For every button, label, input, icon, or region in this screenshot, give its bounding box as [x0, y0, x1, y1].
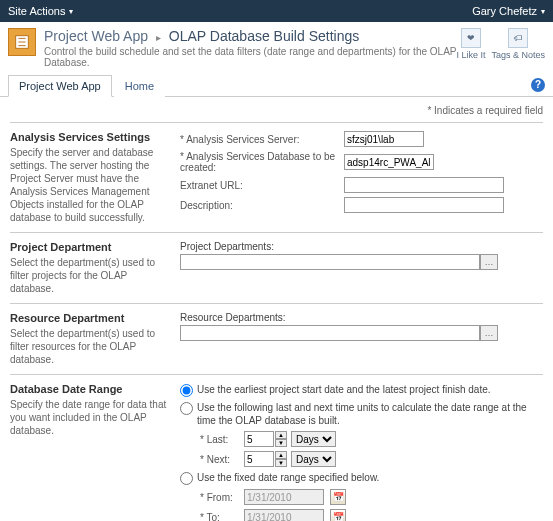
section-desc: Select the department(s) used to filter … [10, 256, 170, 295]
section-date-range: Database Date Range Specify the date ran… [10, 374, 543, 521]
date-range-fixed-label: Use the fixed date range specified below… [197, 471, 379, 484]
calendar-icon[interactable]: 📅 [330, 489, 346, 505]
spin-up-button[interactable]: ▲ [275, 451, 287, 459]
section-desc: Specify the server and database settings… [10, 146, 170, 224]
tab-project-web-app[interactable]: Project Web App [8, 75, 112, 97]
section-title: Project Department [10, 241, 170, 253]
date-range-fixed-radio[interactable] [180, 472, 193, 485]
analysis-server-label: Analysis Services Server: [180, 134, 340, 145]
resource-departments-picker-button[interactable]: … [480, 325, 498, 341]
section-title: Analysis Services Settings [10, 131, 170, 143]
analysis-db-label: Analysis Services Database to be created… [180, 151, 340, 173]
spin-down-button[interactable]: ▼ [275, 459, 287, 467]
analysis-db-input[interactable] [344, 154, 434, 170]
i-like-it-button[interactable]: ❤ I Like It [456, 28, 485, 60]
next-label: Next: [200, 454, 240, 465]
required-field-note: * Indicates a required field [10, 105, 543, 116]
last-unit-select[interactable]: Days [291, 431, 336, 447]
resource-departments-input[interactable] [180, 325, 480, 341]
date-range-lastnext-label: Use the following last and next time uni… [197, 401, 543, 427]
section-project-department: Project Department Select the department… [10, 232, 543, 303]
from-label: From: [200, 492, 240, 503]
spin-up-button[interactable]: ▲ [275, 431, 287, 439]
description-input[interactable] [344, 197, 504, 213]
last-label: Last: [200, 434, 240, 445]
olap-settings-icon [8, 28, 36, 56]
breadcrumb-root[interactable]: Project Web App [44, 28, 148, 44]
help-icon[interactable]: ? [531, 78, 545, 92]
site-actions-menu[interactable]: Site Actions ▾ [8, 5, 73, 17]
from-date-input [244, 489, 324, 505]
section-analysis-services: Analysis Services Settings Specify the s… [10, 122, 543, 232]
breadcrumb: Project Web App ▸ OLAP Database Build Se… [44, 28, 456, 44]
resource-departments-label: Resource Departments: [180, 312, 286, 323]
user-menu[interactable]: Gary Chefetz ▾ [472, 5, 545, 17]
section-title: Database Date Range [10, 383, 170, 395]
next-value-input[interactable] [244, 451, 274, 467]
section-resource-department: Resource Department Select the departmen… [10, 303, 543, 374]
date-range-earliest-label: Use the earliest project start date and … [197, 383, 491, 396]
ribbon-topbar: Site Actions ▾ Gary Chefetz ▾ [0, 0, 553, 22]
spin-down-button[interactable]: ▼ [275, 439, 287, 447]
last-value-input[interactable] [244, 431, 274, 447]
page-title: OLAP Database Build Settings [169, 28, 359, 44]
site-actions-label: Site Actions [8, 5, 65, 17]
analysis-server-input[interactable] [344, 131, 424, 147]
project-departments-label: Project Departments: [180, 241, 274, 252]
last-spinner[interactable]: ▲▼ [244, 431, 287, 447]
extranet-url-input[interactable] [344, 177, 504, 193]
chevron-down-icon: ▾ [541, 7, 545, 16]
section-desc: Select the department(s) used to filter … [10, 327, 170, 366]
tag-icon: 🏷 [508, 28, 528, 48]
heart-icon: ❤ [461, 28, 481, 48]
chevron-down-icon: ▾ [69, 7, 73, 16]
description-label: Description: [180, 200, 340, 211]
section-title: Resource Department [10, 312, 170, 324]
date-range-earliest-radio[interactable] [180, 384, 193, 397]
next-unit-select[interactable]: Days [291, 451, 336, 467]
project-departments-input[interactable] [180, 254, 480, 270]
project-departments-picker-button[interactable]: … [480, 254, 498, 270]
extranet-url-label: Extranet URL: [180, 180, 340, 191]
section-desc: Specify the date range for data that you… [10, 398, 170, 437]
user-name: Gary Chefetz [472, 5, 537, 17]
page-header: Project Web App ▸ OLAP Database Build Se… [0, 22, 553, 72]
chevron-right-icon: ▸ [156, 32, 161, 43]
tabstrip: Project Web App Home ? [0, 74, 553, 97]
tags-notes-button[interactable]: 🏷 Tags & Notes [491, 28, 545, 60]
page-subtitle: Control the build schedule and set the d… [44, 46, 456, 68]
next-spinner[interactable]: ▲▼ [244, 451, 287, 467]
tab-home[interactable]: Home [114, 75, 165, 97]
date-range-lastnext-radio[interactable] [180, 402, 193, 415]
calendar-icon[interactable]: 📅 [330, 509, 346, 521]
to-date-input [244, 509, 324, 521]
to-label: To: [200, 512, 240, 522]
